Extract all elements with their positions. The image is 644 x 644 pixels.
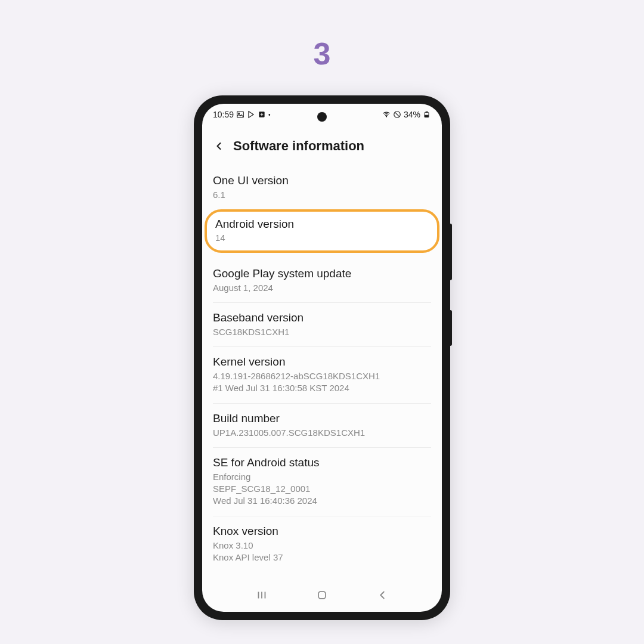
item-baseband-version[interactable]: Baseband version SCG18KDS1CXH1 — [213, 303, 431, 347]
plus-icon — [258, 110, 266, 119]
svg-rect-11 — [318, 592, 326, 599]
wifi-icon — [382, 110, 391, 119]
status-battery: 34% — [404, 110, 420, 119]
header: Software information — [202, 122, 442, 166]
side-button — [450, 224, 452, 280]
screen: 10:59 • 34% Software information One UI … — [202, 104, 442, 612]
item-value: 14 — [215, 232, 429, 244]
nav-back-button[interactable] — [374, 587, 391, 603]
phone-frame: 10:59 • 34% Software information One UI … — [194, 95, 450, 620]
status-dot: • — [268, 112, 271, 118]
image-icon — [236, 110, 244, 119]
svg-rect-6 — [426, 112, 427, 113]
item-kernel-version[interactable]: Kernel version 4.19.191-28686212-abSCG18… — [213, 347, 431, 404]
item-one-ui-version[interactable]: One UI version 6.1 — [213, 166, 431, 207]
item-value: SCG18KDS1CXH1 — [213, 326, 431, 338]
item-value: Enforcing SEPF_SCG18_12_0001 Wed Jul 31 … — [213, 471, 431, 507]
svg-rect-0 — [237, 112, 244, 118]
svg-rect-7 — [425, 115, 429, 117]
item-label: Kernel version — [213, 355, 431, 369]
item-label: Baseband version — [213, 311, 431, 324]
step-number: 3 — [314, 36, 331, 72]
item-label: One UI version — [213, 174, 431, 187]
status-time: 10:59 — [213, 110, 234, 119]
camera-notch — [317, 112, 327, 122]
back-icon[interactable] — [213, 140, 225, 152]
svg-point-3 — [386, 116, 386, 117]
item-label: Build number — [213, 412, 431, 425]
item-label: Knox version — [213, 525, 431, 538]
side-button — [450, 310, 452, 346]
navigation-bar — [202, 581, 442, 612]
item-build-number[interactable]: Build number UP1A.231005.007.SCG18KDS1CX… — [213, 404, 431, 448]
battery-icon — [423, 110, 431, 119]
item-value: 4.19.191-28686212-abSCG18KDS1CXH1 #1 Wed… — [213, 370, 431, 395]
item-value: UP1A.231005.007.SCG18KDS1CXH1 — [213, 427, 431, 439]
item-label: Android version — [215, 218, 429, 231]
item-google-play-update[interactable]: Google Play system update August 1, 2024 — [213, 259, 431, 303]
item-value: Knox 3.10 Knox API level 37 — [213, 540, 431, 564]
page-title: Software information — [233, 138, 364, 154]
item-knox-version[interactable]: Knox version Knox 3.10 Knox API level 37 — [213, 516, 431, 572]
content: One UI version 6.1 Android version 14 Go… — [202, 166, 442, 581]
play-store-icon — [247, 110, 255, 119]
item-value: August 1, 2024 — [213, 282, 431, 294]
no-signal-icon — [393, 110, 401, 119]
item-se-android-status[interactable]: SE for Android status Enforcing SEPF_SCG… — [213, 448, 431, 516]
item-label: SE for Android status — [213, 456, 431, 469]
svg-point-1 — [239, 113, 240, 114]
nav-recents-button[interactable] — [253, 587, 270, 603]
item-value: 6.1 — [213, 189, 431, 201]
nav-home-button[interactable] — [314, 587, 330, 603]
item-label: Google Play system update — [213, 267, 431, 280]
item-android-version[interactable]: Android version 14 — [205, 209, 439, 252]
